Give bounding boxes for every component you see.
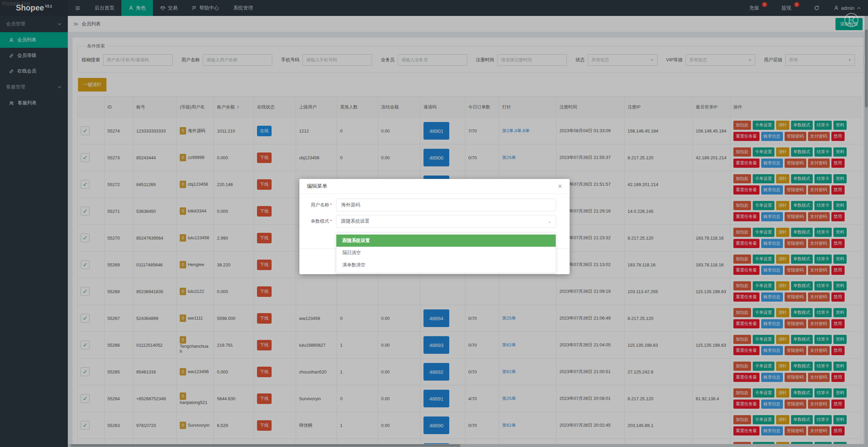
order-mode-value: 跟随系统设置 bbox=[341, 218, 370, 224]
caret-up-icon bbox=[548, 219, 551, 224]
modal-body: 用户名称* 海外源码 单数模式* 跟随系统设置 bbox=[299, 194, 570, 228]
close-icon[interactable]: × bbox=[558, 183, 562, 190]
order-mode-select[interactable]: 跟随系统设置 bbox=[336, 215, 556, 228]
username-label: 用户名称* bbox=[299, 202, 336, 208]
dropdown-option-next-day-clear[interactable]: 隔日清空 bbox=[336, 247, 556, 259]
dropdown-option-follow-system[interactable]: 跟随系统设置 bbox=[336, 235, 556, 247]
username-field[interactable]: 海外源码 bbox=[336, 199, 556, 211]
required-mark: * bbox=[330, 202, 332, 207]
username-row: 用户名称* 海外源码 bbox=[299, 199, 556, 211]
modal-header: 编辑菜单 × bbox=[299, 179, 570, 194]
edit-menu-modal: 编辑菜单 × 用户名称* 海外源码 单数模式* 跟随系统设置 跟随系统设置 隔日… bbox=[299, 179, 570, 274]
order-mode-dropdown: 跟随系统设置 隔日清空 满单数清空 bbox=[336, 232, 556, 273]
order-mode-label: 单数模式* bbox=[299, 218, 336, 224]
modal-title: 编辑菜单 bbox=[307, 183, 327, 189]
required-mark: * bbox=[330, 219, 332, 224]
dropdown-option-full-order-clear[interactable]: 满单数清空 bbox=[336, 259, 556, 271]
order-mode-row: 单数模式* 跟随系统设置 bbox=[299, 215, 556, 228]
